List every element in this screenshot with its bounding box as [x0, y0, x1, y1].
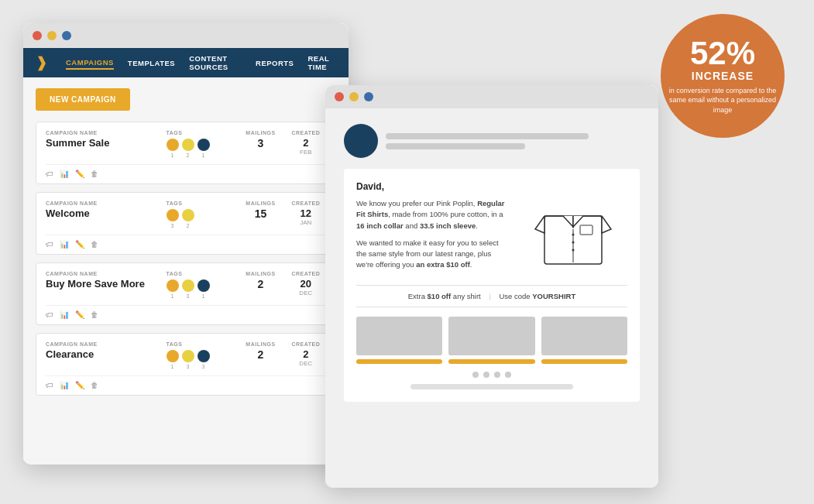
delete-icon[interactable]: 🗑 [91, 240, 98, 249]
nav-content-sources[interactable]: CONTENT SOURCES [189, 53, 242, 73]
tag-icon[interactable]: 🏷 [46, 170, 53, 178]
product-bar-3 [541, 359, 627, 364]
campaign-card-2: CAMPAIGN NAME Buy More Save More TAGS 1 … [36, 262, 336, 325]
dot-red [33, 31, 42, 40]
email-greeting: David, [356, 181, 508, 192]
product-bar-2 [448, 359, 534, 364]
chart-icon[interactable]: 📊 [60, 310, 69, 319]
tag-icon[interactable]: 🏷 [46, 381, 53, 389]
delete-icon[interactable]: 🗑 [91, 381, 98, 389]
nav-reports[interactable]: REPORTS [256, 57, 294, 69]
nav-real-time[interactable]: REAL TIME [307, 53, 336, 73]
new-campaign-button[interactable]: NEW CAMPAIGN [36, 88, 130, 111]
dot-yellow-2 [349, 92, 359, 101]
header-line-1 [386, 133, 589, 139]
campaign-card-1: CAMPAIGN NAME Welcome TAGS 3 2 MAILINGS … [36, 192, 336, 255]
tag-icon[interactable]: 🏷 [46, 310, 53, 319]
chart-icon[interactable]: 📊 [60, 240, 69, 249]
product-3 [541, 317, 627, 364]
conversion-badge: 52% INCREASE in conversion rate compared… [661, 14, 785, 138]
product-img-2 [448, 317, 534, 355]
delete-icon[interactable]: 🗑 [91, 170, 98, 178]
badge-percent: 52% [690, 37, 755, 70]
product-bar-1 [356, 359, 442, 364]
shirt-svg [531, 187, 616, 272]
header-line-2 [386, 143, 525, 149]
left-window: ❱ CAMPAIGNS TEMPLATES CONTENT SOURCES RE… [23, 23, 349, 465]
badge-description: in conversion rate compared to the same … [668, 86, 777, 115]
campaign-card-0: CAMPAIGN NAME Summer Sale TAGS 1 2 1 MAI… [36, 122, 336, 184]
email-text-col: David, We know you prefer our Pink Popli… [356, 181, 508, 277]
product-1 [356, 317, 442, 364]
avatar [344, 124, 378, 158]
chart-icon[interactable]: 📊 [60, 170, 69, 178]
chart-icon[interactable]: 📊 [60, 381, 69, 389]
product-img-1 [356, 317, 442, 355]
dot-yellow [47, 31, 57, 40]
nav-logo: ❱ [36, 54, 47, 71]
dot-blue-2 [364, 92, 373, 101]
email-titlebar [325, 85, 658, 108]
email-products [356, 317, 627, 364]
dot-red-2 [335, 92, 344, 101]
dot-3 [494, 372, 500, 378]
product-img-3 [541, 317, 627, 355]
email-dots [356, 372, 627, 378]
campaign-card-3: CAMPAIGN NAME Clearance TAGS 1 3 3 MAILI… [36, 333, 336, 396]
email-img-col [519, 181, 627, 277]
svg-point-3 [572, 233, 575, 235]
tag-icon[interactable]: 🏷 [46, 240, 53, 249]
dot-2 [483, 372, 489, 378]
nav-bar: ❱ CAMPAIGNS TEMPLATES CONTENT SOURCES RE… [23, 48, 349, 77]
delete-icon[interactable]: 🗑 [91, 310, 98, 319]
svg-rect-2 [580, 225, 592, 235]
scene: ❱ CAMPAIGNS TEMPLATES CONTENT SOURCES RE… [0, 0, 814, 504]
dot-4 [505, 372, 511, 378]
nav-campaigns[interactable]: CAMPAIGNS [66, 57, 114, 70]
email-footer-line [410, 384, 573, 389]
nav-templates[interactable]: TEMPLATES [128, 57, 175, 69]
email-paragraph-2: We wanted to make it easy for you to sel… [356, 238, 508, 271]
edit-icon[interactable]: ✏️ [75, 310, 84, 319]
email-main-row: David, We know you prefer our Pink Popli… [356, 181, 627, 277]
email-paragraph-1: We know you prefer our Pink Poplin, Regu… [356, 198, 508, 231]
email-header [344, 124, 640, 158]
edit-icon[interactable]: ✏️ [75, 170, 84, 178]
svg-point-4 [572, 241, 575, 243]
dot-1 [472, 372, 479, 378]
badge-increase-label: INCREASE [692, 70, 754, 82]
edit-icon[interactable]: ✏️ [75, 240, 84, 249]
email-promo-bar: Extra $10 off any shirt | Use code YOURS… [356, 285, 627, 307]
campaigns-body: NEW CAMPAIGN CAMPAIGN NAME Summer Sale T… [23, 77, 349, 465]
left-titlebar [23, 23, 349, 48]
svg-point-5 [572, 249, 575, 251]
email-body: David, We know you prefer our Pink Popli… [325, 108, 658, 488]
campaigns-list: CAMPAIGN NAME Summer Sale TAGS 1 2 1 MAI… [36, 122, 336, 396]
dot-blue [62, 31, 71, 40]
email-content: David, We know you prefer our Pink Popli… [344, 169, 640, 402]
right-window: David, We know you prefer our Pink Popli… [325, 85, 658, 488]
edit-icon[interactable]: ✏️ [75, 381, 84, 389]
header-lines [386, 133, 640, 149]
product-2 [448, 317, 534, 364]
